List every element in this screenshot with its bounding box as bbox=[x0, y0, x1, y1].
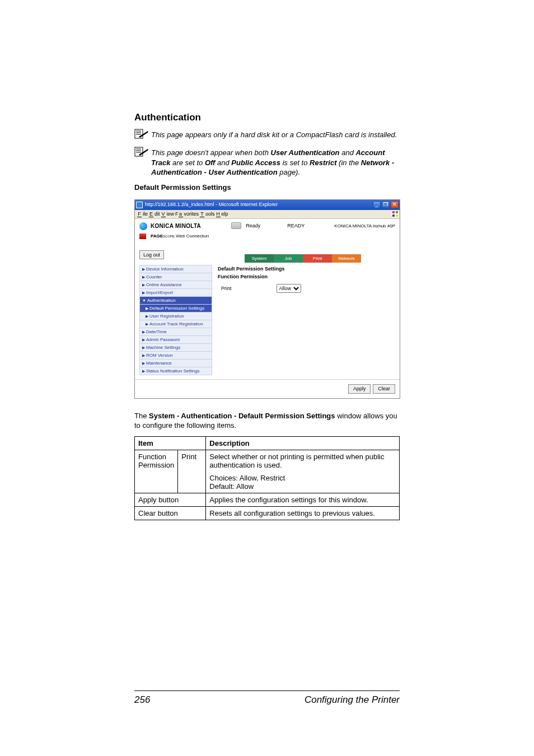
cell-desc-1a: Select whether or not printing is permit… bbox=[206, 450, 400, 472]
tab-job[interactable]: Job bbox=[274, 254, 303, 263]
svg-rect-0 bbox=[135, 129, 143, 138]
tab-system[interactable]: System bbox=[245, 254, 274, 263]
window-titlebar: http://192.168.1.2/a_index.html - Micros… bbox=[135, 200, 400, 210]
note-icon bbox=[134, 147, 151, 159]
brand-sub: PAGESCOPE Web Connection bbox=[151, 234, 209, 239]
page-number: 256 bbox=[134, 694, 150, 706]
content-title: Default Permission Settings bbox=[218, 266, 393, 272]
section-heading: Authentication bbox=[134, 112, 400, 123]
window-title: http://192.168.1.2/a_index.html - Micros… bbox=[136, 202, 278, 208]
page-footer: 256 Configuring the Printer bbox=[134, 690, 400, 706]
nav-date-time[interactable]: ▶Date/Time bbox=[139, 328, 212, 336]
tab-print[interactable]: Print bbox=[303, 254, 332, 263]
nav-user-registration[interactable]: ▶User Registration bbox=[139, 312, 212, 320]
body-paragraph: The System - Authentication - Default Pe… bbox=[134, 411, 400, 431]
menu-view[interactable]: View bbox=[161, 211, 175, 217]
note-2: This page doesn't appear when both User … bbox=[134, 147, 400, 178]
note-1-text: This page appears only if a hard disk ki… bbox=[151, 129, 397, 140]
close-button[interactable]: ✕ bbox=[391, 201, 399, 208]
cell-print: Print bbox=[178, 450, 206, 493]
nav-machine-settings[interactable]: ▶Machine Settings bbox=[139, 343, 212, 352]
brand-name: KONICA MINOLTA bbox=[151, 223, 201, 229]
nav-rom-version[interactable]: ▶ROM Version bbox=[139, 351, 212, 360]
logout-button[interactable]: Log out bbox=[139, 250, 164, 259]
cell-desc-3: Resets all configuration settings to pre… bbox=[206, 506, 400, 520]
description-table: Item Description Function Permission Pri… bbox=[134, 436, 400, 520]
status-value: READY bbox=[287, 223, 305, 228]
menu-favorites[interactable]: Favorites bbox=[175, 211, 199, 217]
nav-import-export[interactable]: ▶Import/Export bbox=[139, 288, 212, 297]
sidebar-nav: ▶Device Information ▶Counter ▶Online Ass… bbox=[139, 265, 212, 375]
minimize-button[interactable]: _ bbox=[373, 201, 381, 208]
nav-authentication[interactable]: ▼Authentication bbox=[139, 296, 212, 305]
nav-account-track-registration[interactable]: ▶Account Track Registration bbox=[139, 320, 212, 328]
menu-edit[interactable]: Edit bbox=[149, 211, 160, 217]
permission-row-label: Print bbox=[221, 286, 232, 291]
status-label: Ready bbox=[246, 223, 260, 228]
clear-button[interactable]: Clear bbox=[373, 384, 395, 394]
menu-file[interactable]: File bbox=[137, 211, 148, 217]
cell-function-permission: Function Permission bbox=[135, 450, 178, 493]
nav-default-permission-settings[interactable]: ▶Default Permission Settings bbox=[139, 304, 212, 312]
content-section: Function Permission bbox=[218, 274, 393, 279]
maximize-button[interactable]: ❐ bbox=[382, 201, 390, 208]
menu-tools[interactable]: Tools bbox=[200, 211, 215, 217]
device-name: KONICA MINOLTA bizhub 40P bbox=[334, 222, 395, 228]
cell-desc-2: Applies the configuration settings for t… bbox=[206, 493, 400, 506]
subsection-heading: Default Permission Settings bbox=[134, 183, 400, 192]
nav-status-notification[interactable]: ▶Status Notification Settings bbox=[139, 367, 212, 375]
tab-network[interactable]: Network bbox=[332, 254, 361, 263]
cell-desc-1b: Choices: Allow, Restrict Default: Allow bbox=[206, 472, 400, 493]
note-2-text: This page doesn't appear when both User … bbox=[151, 147, 400, 178]
embedded-browser-screenshot: http://192.168.1.2/a_index.html - Micros… bbox=[134, 199, 400, 399]
nav-admin-password[interactable]: ▶Admin Password bbox=[139, 335, 212, 344]
menu-help[interactable]: Help bbox=[216, 211, 228, 217]
cell-clear-button: Clear button bbox=[135, 506, 206, 520]
ie-logo-icon bbox=[392, 211, 399, 217]
nav-device-information[interactable]: ▶Device Information bbox=[139, 265, 212, 273]
note-icon bbox=[134, 129, 151, 141]
th-description: Description bbox=[206, 436, 400, 450]
nav-counter[interactable]: ▶Counter bbox=[139, 273, 212, 281]
apply-button[interactable]: Apply bbox=[348, 384, 371, 394]
km-logo-icon bbox=[139, 222, 147, 230]
cell-apply-button: Apply button bbox=[135, 493, 206, 506]
pagescope-logo-icon bbox=[139, 234, 146, 239]
note-1: This page appears only if a hard disk ki… bbox=[134, 129, 400, 141]
printer-status-icon bbox=[231, 222, 241, 229]
svg-rect-4 bbox=[135, 147, 143, 156]
browser-menubar: File Edit View Favorites Tools Help bbox=[135, 210, 400, 219]
page-footer-title: Configuring the Printer bbox=[305, 694, 400, 706]
nav-online-assistance[interactable]: ▶Online Assistance bbox=[139, 281, 212, 289]
nav-maintenance[interactable]: ▶Maintenance bbox=[139, 359, 212, 367]
th-item: Item bbox=[135, 436, 206, 450]
permission-select[interactable]: Allow bbox=[277, 284, 301, 293]
